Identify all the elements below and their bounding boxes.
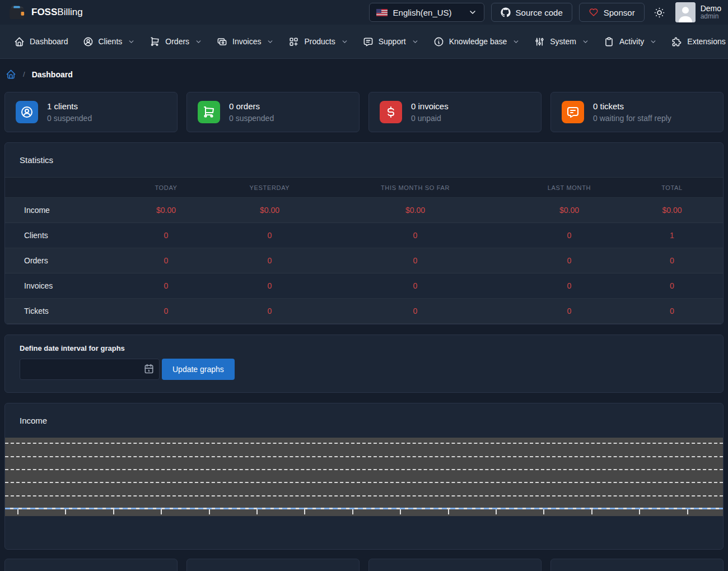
- table-header-row: TODAY YESTERDAY THIS MONTH SO FAR LAST M…: [5, 178, 723, 198]
- chevron-down-icon: [512, 38, 520, 45]
- row-label: Clients: [5, 223, 106, 248]
- gridline: [5, 482, 723, 483]
- column-header-total: TOTAL: [621, 178, 723, 198]
- puzzle-icon: [671, 36, 682, 47]
- date-interval-input[interactable]: [20, 359, 160, 380]
- table-row-invoices: Invoices 0 0 0 0 0: [5, 273, 723, 299]
- x-axis-tick: [496, 509, 497, 514]
- message-icon: [363, 36, 374, 47]
- brand-logo[interactable]: FOSSBilling: [8, 4, 83, 21]
- adjustments-icon: [534, 36, 545, 47]
- column-header: [5, 178, 106, 198]
- nav-label: Dashboard: [30, 37, 68, 46]
- cell-value: 0: [313, 223, 517, 248]
- nav-item-activity[interactable]: Activity: [598, 31, 663, 52]
- breadcrumb-separator: /: [23, 70, 25, 78]
- income-chart[interactable]: [5, 438, 723, 516]
- column-header-last-month: LAST MONTH: [517, 178, 621, 198]
- nav-item-extensions[interactable]: Extensions: [665, 31, 728, 52]
- statistics-title: Statistics: [5, 143, 723, 177]
- breadcrumb: / Dashboard: [6, 69, 728, 80]
- user-circle-icon: [83, 36, 94, 47]
- chevron-down-icon: [341, 38, 348, 45]
- nav-item-clients[interactable]: Clients: [77, 31, 142, 52]
- us-flag-icon: [376, 9, 388, 16]
- nav-item-invoices[interactable]: Invoices: [211, 31, 280, 52]
- language-selector[interactable]: English(en_US): [369, 3, 484, 22]
- x-axis-tick: [448, 509, 449, 514]
- user-menu[interactable]: Demo admin: [675, 2, 721, 22]
- user-name: Demo: [701, 4, 721, 13]
- nav-item-system[interactable]: System: [528, 31, 595, 52]
- avatar: [675, 2, 696, 22]
- x-axis-tick: [161, 509, 162, 514]
- cart-icon: [198, 101, 220, 123]
- main-nav: Dashboard Clients Orders Invoices Produc…: [0, 25, 728, 59]
- cell-value: 0: [313, 273, 517, 299]
- sponsor-label: Sponsor: [604, 8, 635, 17]
- update-graphs-button[interactable]: Update graphs: [162, 359, 235, 380]
- cell-value: 0: [106, 299, 226, 324]
- language-selected-label: English(en_US): [393, 8, 463, 17]
- statistics-table: TODAY YESTERDAY THIS MONTH SO FAR LAST M…: [5, 177, 723, 324]
- cell-value: 0: [517, 273, 621, 299]
- card-subtitle: 0 waiting for staff reply: [593, 113, 671, 124]
- theme-toggle-sun-icon[interactable]: [654, 7, 665, 18]
- nav-label: Extensions: [687, 37, 725, 46]
- gridline: [5, 456, 723, 457]
- invoices-summary-card[interactable]: 0 invoices 0 unpaid: [368, 92, 542, 132]
- card-subtitle: 0 suspended: [47, 113, 92, 124]
- x-axis-tick: [304, 509, 305, 514]
- nav-item-knowledge-base[interactable]: Knowledge base: [427, 31, 526, 52]
- x-axis-tick: [256, 509, 258, 514]
- nav-item-orders[interactable]: Orders: [143, 31, 208, 52]
- wallet-logo-icon: [8, 4, 26, 21]
- cell-value: 0: [313, 248, 517, 273]
- chevron-down-icon: [468, 8, 477, 17]
- x-axis-tick: [209, 509, 210, 514]
- cell-value: 0: [621, 273, 723, 299]
- cell-value: 0: [106, 223, 226, 248]
- cell-value: 0: [226, 299, 313, 324]
- table-row-clients: Clients 0 0 0 0 1: [5, 223, 723, 248]
- nav-item-products[interactable]: Products: [282, 31, 354, 52]
- card-title: 0 invoices: [411, 100, 449, 113]
- summary-cards: 1 clients 0 suspended 0 orders 0 suspend…: [4, 92, 724, 132]
- card-title: 0 orders: [229, 100, 274, 113]
- cell-value: 0: [517, 223, 621, 248]
- cell-value: 1: [621, 223, 723, 248]
- sponsor-button[interactable]: Sponsor: [579, 3, 645, 22]
- cell-value: $0.00: [106, 198, 226, 223]
- x-axis-tick: [639, 509, 640, 514]
- x-axis-tick: [687, 509, 688, 514]
- user-role: admin: [701, 13, 721, 21]
- info-circle-icon: [433, 36, 444, 47]
- chevron-down-icon: [195, 38, 202, 45]
- statistics-panel: Statistics TODAY YESTERDAY THIS MONTH SO…: [4, 142, 724, 324]
- home-icon[interactable]: [6, 69, 16, 80]
- row-label: Invoices: [5, 273, 106, 299]
- nav-label: Clients: [99, 37, 123, 46]
- x-axis-tick: [400, 509, 401, 514]
- home-icon: [14, 36, 25, 47]
- tickets-summary-card[interactable]: 0 tickets 0 waiting for staff reply: [550, 92, 724, 132]
- nav-item-dashboard[interactable]: Dashboard: [8, 31, 74, 52]
- source-code-label: Source code: [516, 8, 563, 17]
- clients-panel: CLIENTS: [368, 559, 542, 571]
- orders-summary-card[interactable]: 0 orders 0 suspended: [186, 92, 360, 132]
- gridline: [5, 495, 723, 496]
- nav-label: System: [550, 37, 576, 46]
- nav-label: Products: [304, 37, 335, 46]
- tickets-panel: TICKETS: [550, 559, 724, 571]
- clipboard-icon: [604, 36, 614, 47]
- x-axis-tick: [543, 509, 544, 514]
- top-header: FOSSBilling English(en_US): [0, 0, 728, 25]
- clients-summary-card[interactable]: 1 clients 0 suspended: [4, 92, 178, 132]
- nav-item-support[interactable]: Support: [357, 31, 425, 52]
- source-code-button[interactable]: Source code: [491, 3, 572, 22]
- column-header-yesterday: YESTERDAY: [226, 178, 313, 198]
- x-axis-tick: [17, 509, 18, 514]
- grid-add-icon: [288, 36, 299, 47]
- chevron-down-icon: [412, 38, 419, 45]
- cell-value: $0.00: [226, 198, 313, 223]
